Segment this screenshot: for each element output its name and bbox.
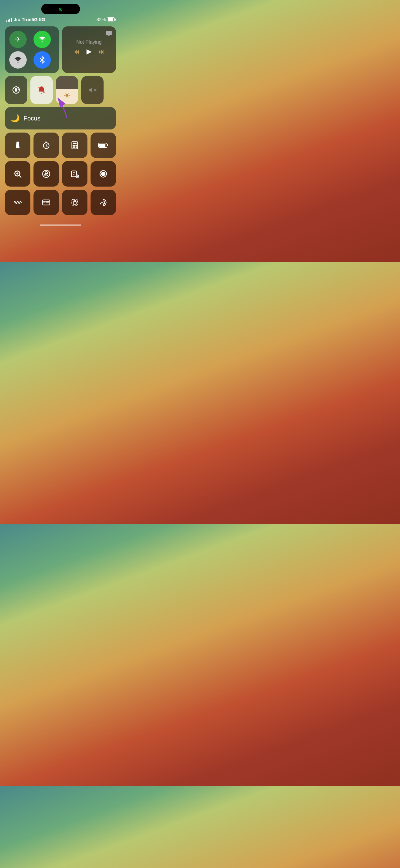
- bluetooth-icon: [38, 56, 46, 64]
- svg-point-23: [76, 145, 76, 146]
- sound-recognition-button[interactable]: [91, 190, 116, 215]
- icon-grid-row1: [5, 132, 116, 158]
- orientation-lock-button[interactable]: [5, 76, 27, 104]
- shazam-icon: [42, 169, 51, 178]
- media-controls: ⏮ ▶ ⏭: [66, 48, 112, 56]
- timer-button[interactable]: [33, 132, 59, 158]
- media-rewind-button[interactable]: ⏮: [73, 48, 80, 55]
- svg-point-4: [65, 94, 68, 97]
- focus-row-container: 🌙 Focus: [5, 107, 116, 129]
- battery-fill: [108, 18, 113, 21]
- dynamic-island-icon: ⊛: [59, 6, 63, 12]
- status-bar: Jio True5G 5G 82%: [0, 14, 121, 23]
- svg-line-11: [65, 97, 65, 97]
- svg-point-21: [73, 145, 73, 146]
- svg-point-26: [76, 147, 76, 148]
- guided-access-icon: [70, 198, 79, 207]
- dynamic-island: ⊛: [41, 4, 80, 14]
- mobile-data-button[interactable]: [33, 31, 51, 48]
- svg-line-9: [65, 93, 65, 93]
- flashlight-button[interactable]: [5, 132, 30, 158]
- battery-percent: 82%: [96, 17, 106, 22]
- media-play-button[interactable]: ▶: [87, 48, 92, 56]
- svg-point-25: [74, 147, 75, 148]
- brightness-icon: [64, 92, 70, 100]
- focus-label: Focus: [24, 115, 40, 122]
- airplay-icon[interactable]: [105, 30, 112, 38]
- focus-button[interactable]: 🌙 Focus: [5, 107, 116, 129]
- svg-rect-20: [73, 143, 76, 144]
- wallet-button[interactable]: [33, 190, 59, 215]
- silent-icon: [37, 86, 46, 94]
- svg-marker-13: [89, 88, 92, 93]
- media-panel: Not Playing ⏮ ▶ ⏭: [62, 26, 116, 73]
- signal-bar-3: [9, 19, 10, 22]
- focus-panel: 🌙 Focus: [5, 107, 116, 129]
- signal-bar-1: [6, 21, 7, 22]
- signal-bar-4: [11, 18, 12, 22]
- calculator-button[interactable]: [62, 132, 88, 158]
- battery-info: 82%: [96, 17, 115, 22]
- mute-icon: [88, 86, 97, 94]
- volume-slider[interactable]: [81, 76, 104, 104]
- sound-recognition-icon: [99, 198, 108, 207]
- notes-scan-icon: [70, 169, 79, 178]
- voice-memos-icon: [13, 198, 22, 207]
- silent-mode-button[interactable]: [30, 76, 53, 104]
- shazam-button[interactable]: [33, 161, 59, 187]
- icon-grid-row3: [5, 190, 116, 215]
- screen-record-button[interactable]: [91, 161, 116, 187]
- svg-rect-48: [73, 202, 76, 204]
- signal-bars: [6, 18, 12, 22]
- brightness-slider[interactable]: [56, 76, 78, 104]
- battery-icon: [107, 18, 115, 22]
- brightness-track: [56, 76, 78, 89]
- svg-line-31: [19, 176, 21, 177]
- guided-access-button[interactable]: [62, 190, 88, 215]
- control-center: ✈: [0, 23, 121, 218]
- magnifier-button[interactable]: [5, 161, 30, 187]
- row-quick-tools: [5, 76, 116, 104]
- svg-point-42: [101, 172, 105, 176]
- sun-icon: [64, 92, 70, 99]
- flashlight-icon: [13, 141, 22, 150]
- icon-grid-row2: [5, 161, 116, 187]
- wifi-icon: [14, 56, 22, 64]
- battery-widget-icon: [98, 142, 108, 148]
- calculator-icon: [70, 141, 79, 150]
- magnifier-icon: [13, 169, 22, 178]
- voice-memos-button[interactable]: [5, 190, 30, 215]
- network-panel: ✈: [5, 26, 59, 73]
- notes-scan-button[interactable]: [62, 161, 88, 187]
- airplane-icon: ✈: [15, 35, 21, 43]
- svg-rect-2: [15, 88, 17, 89]
- svg-point-22: [74, 145, 75, 146]
- svg-rect-28: [107, 144, 108, 146]
- screen-record-icon: [99, 169, 108, 178]
- signal-bar-2: [8, 20, 9, 22]
- carrier-name: Jio True5G 5G: [14, 17, 45, 22]
- signal-carrier: Jio True5G 5G: [6, 17, 45, 22]
- wallet-icon: [42, 198, 51, 207]
- mobile-data-icon: [38, 35, 46, 43]
- home-bar: [40, 224, 81, 226]
- svg-rect-29: [99, 144, 105, 147]
- wifi-button[interactable]: [9, 51, 27, 69]
- media-not-playing: Not Playing: [66, 39, 112, 45]
- moon-icon: 🌙: [10, 114, 20, 123]
- bluetooth-button[interactable]: [33, 51, 51, 69]
- airplane-mode-button[interactable]: ✈: [9, 31, 27, 48]
- row-network-media: ✈: [5, 26, 116, 73]
- media-forward-button[interactable]: ⏭: [99, 48, 105, 55]
- airplay-svg: [105, 30, 112, 37]
- orientation-lock-icon: [12, 86, 21, 94]
- timer-icon: [42, 141, 51, 150]
- svg-point-24: [73, 147, 73, 148]
- battery-widget-button[interactable]: [91, 132, 116, 158]
